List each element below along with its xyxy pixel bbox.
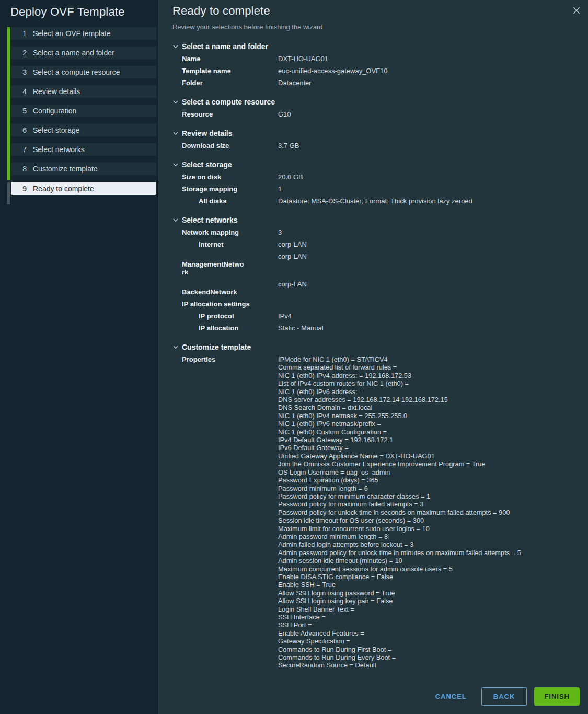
review-row: IP protocolIPv4	[182, 312, 573, 320]
row-value: IPv4	[278, 312, 573, 320]
step-label: Customize template	[33, 165, 98, 173]
sidebar-step-8[interactable]: 8Customize template	[11, 163, 156, 175]
review-section-1: Select a name and folderNameDXT-HO-UAG01…	[172, 42, 573, 87]
sidebar-step-7[interactable]: 7Select networks	[11, 143, 156, 156]
row-label: BackendNetwork	[182, 280, 278, 296]
chevron-down-icon	[172, 43, 179, 50]
page-subtitle: Review your selections before finishing …	[158, 18, 588, 31]
step-number: 6	[18, 126, 27, 134]
step-label: Select a name and folder	[33, 49, 114, 57]
sidebar-step-4[interactable]: 4Review details	[11, 85, 156, 98]
review-row: IP allocationStatic - Manual	[182, 324, 573, 332]
close-icon[interactable]	[571, 5, 582, 16]
review-row: All disksDatastore: MSA-DS-Cluster; Form…	[182, 197, 573, 205]
review-row: Template nameeuc-unified-access-gateway_…	[182, 67, 573, 75]
chevron-down-icon	[172, 217, 179, 223]
chevron-down-icon	[172, 344, 179, 350]
step-label: Ready to complete	[33, 185, 94, 193]
review-section-2: Select a compute resourceResourceG10	[172, 97, 573, 118]
wizard-steps: 1Select an OVF template2Select a name an…	[7, 27, 156, 195]
row-value: corp-LAN	[278, 252, 573, 260]
review-section-4: Select storageSize on disk20.0 GBStorage…	[172, 160, 573, 205]
section-header[interactable]: Select a compute resource	[172, 97, 573, 107]
step-number: 3	[18, 68, 27, 76]
row-label: IP allocation settings	[182, 300, 278, 308]
step-label: Select an OVF template	[33, 29, 111, 38]
step-number: 4	[18, 87, 27, 96]
review-row: ResourceG10	[182, 110, 573, 118]
review-content: Select a name and folderNameDXT-HO-UAG01…	[158, 31, 588, 674]
row-label: IP allocation	[182, 324, 278, 332]
review-row: PropertiesIPMode for NIC 1 (eth0) = STAT…	[182, 355, 573, 670]
chevron-down-icon	[172, 162, 179, 168]
review-row: Internetcorp-LAN	[182, 240, 573, 248]
sidebar-step-3[interactable]: 3Select a compute resource	[11, 66, 156, 78]
section-title: Select storage	[182, 160, 232, 169]
section-title: Review details	[182, 129, 233, 138]
row-label: ManagementNetwork	[182, 252, 278, 276]
step-number: 8	[18, 165, 27, 173]
step-number: 1	[18, 29, 27, 38]
step-number: 2	[18, 49, 27, 57]
row-label: IP protocol	[182, 312, 278, 320]
review-section-3: Review detailsDownload size3.7 GB	[172, 129, 573, 149]
sidebar-step-2[interactable]: 2Select a name and folder	[11, 47, 156, 59]
sidebar-step-6[interactable]: 6Select storage	[11, 124, 156, 136]
row-label: Resource	[182, 110, 278, 118]
row-label: Size on disk	[182, 173, 278, 181]
sidebar-step-9[interactable]: 9Ready to complete	[11, 182, 156, 195]
section-title: Select networks	[182, 215, 238, 225]
row-value: 3	[278, 228, 573, 236]
review-row: NameDXT-HO-UAG01	[182, 55, 573, 63]
step-label: Configuration	[33, 107, 76, 115]
section-header[interactable]: Select storage	[172, 160, 573, 169]
finish-button[interactable]: FINISH	[534, 687, 580, 706]
wizard-main-panel: Ready to complete Review your selections…	[158, 0, 588, 714]
row-value: corp-LAN	[278, 280, 573, 288]
review-row: FolderDatacenter	[182, 79, 573, 87]
back-button[interactable]: BACK	[481, 687, 527, 706]
review-row: IP allocation settings	[182, 300, 573, 308]
review-row: ManagementNetworkcorp-LAN	[182, 252, 573, 276]
step-number: 7	[18, 145, 27, 154]
section-header[interactable]: Customize template	[172, 342, 573, 352]
section-title: Select a compute resource	[182, 97, 275, 107]
row-value: corp-LAN	[278, 240, 573, 248]
cancel-button[interactable]: CANCEL	[428, 688, 474, 705]
row-label: Download size	[182, 142, 278, 149]
section-header[interactable]: Select a name and folder	[172, 42, 573, 51]
wizard-sidebar: Deploy OVF Template 1Select an OVF templ…	[0, 0, 158, 714]
row-label: Internet	[182, 240, 278, 248]
step-label: Select a compute resource	[33, 68, 120, 76]
row-label: Template name	[182, 67, 278, 75]
review-section-6: Customize templatePropertiesIPMode for N…	[172, 342, 573, 670]
window-title: Deploy OVF Template	[0, 0, 157, 19]
review-section-5: Select networksNetwork mapping3Internetc…	[172, 215, 573, 332]
chevron-down-icon	[172, 99, 179, 105]
review-row: Size on disk20.0 GB	[182, 173, 573, 181]
step-label: Select storage	[33, 126, 80, 134]
review-row: BackendNetworkcorp-LAN	[182, 280, 573, 296]
row-value: euc-unified-access-gateway_OVF10	[278, 67, 573, 75]
sidebar-step-1[interactable]: 1Select an OVF template	[11, 27, 156, 40]
row-label: Storage mapping	[182, 185, 278, 193]
step-label: Select networks	[33, 145, 85, 154]
row-value: 3.7 GB	[278, 142, 573, 149]
row-value: 1	[278, 185, 573, 193]
row-value: Static - Manual	[278, 324, 573, 332]
sidebar-step-5[interactable]: 5Configuration	[11, 105, 156, 117]
section-header[interactable]: Review details	[172, 129, 573, 138]
step-number: 9	[18, 185, 27, 193]
chevron-down-icon	[172, 130, 179, 136]
section-header[interactable]: Select networks	[172, 215, 573, 225]
row-label: Folder	[182, 79, 278, 87]
section-title: Select a name and folder	[182, 42, 268, 51]
progress-bar-current	[7, 182, 10, 204]
progress-bar-completed	[7, 27, 10, 180]
wizard-footer: CANCEL BACK FINISH	[158, 687, 588, 714]
review-row: Network mapping3	[182, 228, 573, 236]
row-label: Properties	[182, 355, 278, 363]
page-title: Ready to complete	[158, 0, 588, 18]
row-label: Network mapping	[182, 228, 278, 236]
step-number: 5	[18, 107, 27, 115]
